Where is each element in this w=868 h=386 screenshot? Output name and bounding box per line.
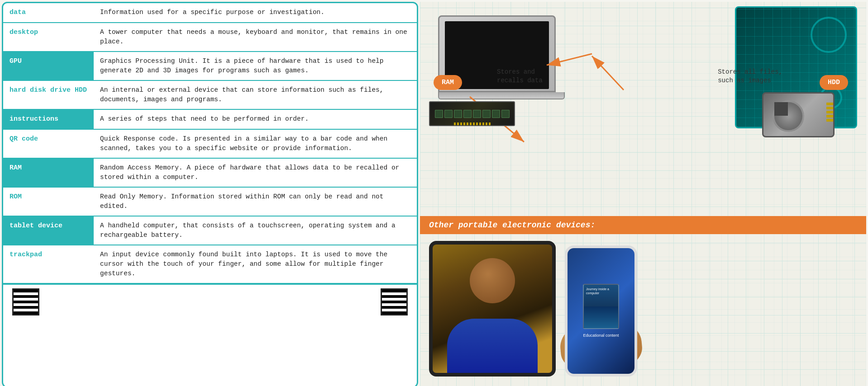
qr-pattern-right (382, 290, 406, 314)
glossary-row: RAMRandom Access Memory. A piece of hard… (3, 158, 417, 187)
ram-chips-row (435, 110, 510, 118)
right-panel: RAM Stores and recalls data (420, 2, 866, 386)
glossary-term: data (3, 3, 94, 23)
hdd-connector-3 (826, 111, 833, 113)
ram-unit-5 (473, 110, 481, 118)
hdd-image (762, 92, 853, 142)
ram-unit-8 (501, 110, 510, 118)
glossary-term: desktop (3, 23, 94, 52)
glossary-definition: Information used for a specific purpose … (94, 3, 417, 23)
hdd-description: Stores all files, such as images (718, 68, 782, 85)
glossary-row: dataInformation used for a specific purp… (3, 3, 417, 23)
tablet-face (470, 258, 515, 303)
ram-chip-visual (429, 101, 515, 126)
glossary-definition: An internal or external device that can … (94, 80, 417, 109)
mb-circle-1 (811, 17, 847, 53)
hdd-connectors (826, 103, 833, 122)
tablet-person (433, 245, 552, 373)
phone-book-title-text: Journey inside a computer (586, 287, 616, 295)
hdd-label-text: HDD (828, 79, 840, 86)
hdd-connector-2 (826, 107, 833, 109)
other-devices-header: Other portable electronic devices: (420, 216, 866, 234)
hdd-label-bubble: HDD (820, 75, 848, 90)
hands-phone-area: Journey inside a computer Educational co… (565, 241, 655, 377)
tablet-mockup (429, 241, 556, 377)
glossary-row: desktopA tower computer that needs a mou… (3, 23, 417, 52)
glossary-definition: Read Only Memory. Information stored wit… (94, 187, 417, 216)
glossary-panel: dataInformation used for a specific purp… (2, 2, 418, 386)
phone-mockup: Journey inside a computer Educational co… (565, 245, 637, 377)
glossary-definition: Graphics Processing Unit. It is a piece … (94, 52, 417, 80)
phone-content-text: Educational content (583, 333, 619, 339)
glossary-term: QR code (3, 129, 94, 158)
glossary-term: instructions (3, 109, 94, 129)
glossary-term: GPU (3, 52, 94, 80)
ram-unit-2 (444, 110, 453, 118)
ram-chip-image (429, 101, 520, 137)
devices-images-area: Journey inside a computer Educational co… (420, 234, 866, 379)
glossary-row: QR codeQuick Response code. Is presented… (3, 129, 417, 158)
ram-unit-1 (435, 110, 443, 118)
laptop-image (438, 15, 565, 106)
ram-unit-6 (482, 110, 491, 118)
glossary-row: tablet deviceA handheld computer, that c… (3, 216, 417, 245)
glossary-definition: A tower computer that needs a mouse, key… (94, 23, 417, 52)
glossary-definition: An input device commonly found built int… (94, 245, 417, 283)
ram-unit-3 (454, 110, 462, 118)
phone-book-image: Journey inside a computer (583, 284, 619, 329)
hdd-description-text: Stores all files, such as images (718, 68, 782, 85)
glossary-table: dataInformation used for a specific purp… (3, 3, 417, 284)
qr-pattern-left (14, 290, 38, 314)
qr-code-left (12, 288, 39, 315)
hdd-connector-5 (826, 119, 833, 122)
qr-code-right (381, 288, 408, 315)
ram-label-text: RAM (442, 79, 454, 86)
glossary-definition: A series of steps that need to be perfor… (94, 109, 417, 129)
ram-label-bubble: RAM (434, 75, 462, 90)
ram-unit-4 (463, 110, 472, 118)
glossary-term: hard disk drive HDD (3, 80, 94, 109)
glossary-definition: Random Access Memory. A piece of hardwar… (94, 158, 417, 187)
glossary-term: tablet device (3, 216, 94, 245)
glossary-row: instructionsA series of steps that need … (3, 109, 417, 129)
hdd-connector-4 (826, 115, 833, 118)
ram-pins (454, 122, 491, 126)
hdd-connector-1 (826, 103, 833, 105)
laptop-base (438, 92, 565, 99)
tablet-screen (433, 245, 552, 373)
glossary-term: trackpad (3, 245, 94, 283)
glossary-definition: Quick Response code. Is presented in a s… (94, 129, 417, 158)
glossary-row: GPUGraphics Processing Unit. It is a pie… (3, 52, 417, 80)
glossary-definition: A handheld computer, that consists of a … (94, 216, 417, 245)
glossary-row: trackpadAn input device commonly found b… (3, 245, 417, 283)
glossary-row: hard disk drive HDDAn internal or extern… (3, 80, 417, 109)
other-devices-section: Other portable electronic devices: (420, 216, 866, 386)
hdd-platter-2 (774, 102, 788, 116)
ram-description: Stores and recalls data (497, 68, 543, 85)
tablet-body-shape (447, 319, 538, 373)
hdd-disk-visual (762, 92, 835, 137)
bottom-bar (3, 284, 417, 319)
glossary-row: ROMRead Only Memory. Information stored … (3, 187, 417, 216)
glossary-term: ROM (3, 187, 94, 216)
phone-screen: Journey inside a computer Educational co… (568, 248, 634, 374)
ram-description-text: Stores and recalls data (497, 68, 543, 85)
svg-line-1 (592, 56, 624, 90)
top-image-area: RAM Stores and recalls data (420, 2, 866, 165)
hdd-platter-1 (773, 100, 804, 132)
ram-unit-7 (492, 110, 500, 118)
other-devices-title: Other portable electronic devices: (429, 221, 595, 230)
glossary-term: RAM (3, 158, 94, 187)
